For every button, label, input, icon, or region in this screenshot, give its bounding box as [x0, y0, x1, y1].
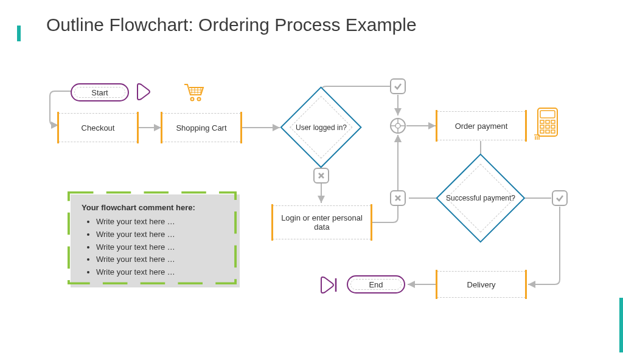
- svg-rect-9: [540, 125, 544, 128]
- merge-icon: [389, 117, 406, 134]
- delivery-label: Delivery: [467, 280, 496, 289]
- svg-rect-11: [551, 125, 555, 128]
- check-icon: [552, 190, 568, 206]
- decision1-label: User logged in?: [296, 123, 347, 132]
- process-cart: Shopping Cart: [162, 113, 241, 142]
- checkout-label: Checkout: [82, 123, 115, 132]
- svg-rect-14: [551, 130, 555, 133]
- svg-rect-10: [546, 125, 549, 128]
- svg-rect-8: [551, 120, 555, 123]
- svg-rect-6: [540, 120, 544, 123]
- svg-rect-12: [540, 130, 544, 133]
- stop-icon: [318, 275, 341, 295]
- svg-point-1: [198, 98, 201, 101]
- login-label: Login or enter personal data: [277, 213, 367, 232]
- comment-box: Your flowchart comment here: Write your …: [71, 194, 240, 287]
- comment-item: Write your text here …: [96, 228, 229, 241]
- play-icon: [135, 81, 152, 102]
- process-delivery: Delivery: [437, 271, 526, 298]
- process-order-payment: Order payment: [437, 111, 526, 140]
- svg-rect-13: [546, 130, 549, 133]
- svg-point-0: [191, 98, 194, 101]
- svg-rect-5: [540, 111, 555, 118]
- comment-item: Write your text here …: [96, 253, 229, 266]
- decision2-label: Successful payment?: [446, 194, 515, 203]
- check-icon: [390, 78, 406, 94]
- comment-list: Write your text here … Write your text h…: [82, 216, 229, 279]
- decision-successful-payment: Successful payment?: [436, 153, 526, 243]
- order-payment-label: Order payment: [455, 122, 508, 131]
- process-checkout: Checkout: [58, 113, 137, 142]
- end-label: End: [369, 280, 383, 289]
- cross-icon: [390, 190, 406, 206]
- comment-title: Your flowchart comment here:: [82, 203, 229, 212]
- svg-rect-4: [538, 108, 557, 136]
- comment-item: Write your text here …: [96, 241, 229, 254]
- pos-terminal-icon: [533, 107, 561, 142]
- flowchart-canvas: Start Checkout Shopping Cart: [0, 0, 623, 364]
- slide: Outline Flowchart: Ordering Process Exam…: [0, 0, 623, 364]
- terminator-start: Start: [71, 83, 129, 101]
- terminator-end: End: [347, 275, 405, 294]
- decision-user-logged-in: User logged in?: [280, 86, 363, 169]
- cart-icon: [183, 81, 207, 103]
- connectors: [0, 0, 623, 364]
- cross-icon: [313, 168, 329, 184]
- comment-item: Write your text here …: [96, 216, 229, 228]
- comment-item: Write your text here …: [96, 266, 229, 279]
- cart-label: Shopping Cart: [176, 123, 226, 132]
- svg-rect-7: [546, 120, 549, 123]
- start-label: Start: [91, 88, 108, 97]
- process-login: Login or enter personal data: [273, 205, 371, 239]
